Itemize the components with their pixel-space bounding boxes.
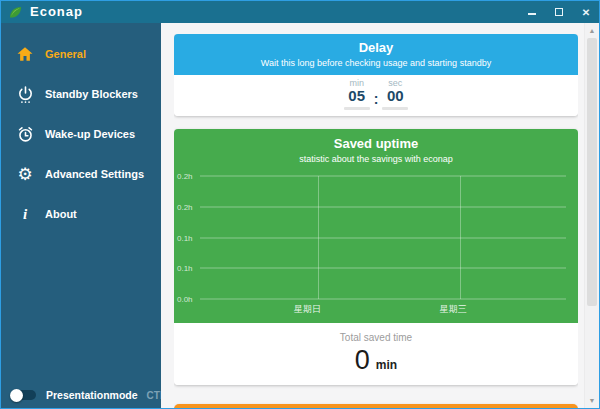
app-window: Econap ✕ General (0, 0, 600, 409)
total-saved-row: 0 min (174, 345, 578, 375)
saved-uptime-subtitle: statistic about the savings with econap (174, 154, 578, 164)
maximize-icon[interactable] (552, 5, 566, 19)
main-content: Delay Wait this long before checking usa… (174, 34, 578, 408)
y-tick: 0.2h (177, 172, 200, 181)
main-area: Delay Wait this long before checking usa… (161, 23, 599, 408)
vertical-scrollbar[interactable]: ▲ ▼ (584, 23, 599, 408)
chart-vertical-gridlines (202, 176, 566, 299)
app-title: Econap (30, 4, 83, 19)
saved-uptime-card: Saved uptime statistic about the savings… (174, 129, 578, 385)
total-saved-section: Total saved time 0 min (174, 323, 578, 385)
alarm-clock-icon (14, 123, 36, 145)
savings-chart: 0.2h 0.2h 0.1h 0.1h 0.0h 星期日 (177, 172, 568, 323)
delay-title: Delay (178, 40, 574, 55)
delay-card-header: Delay Wait this long before checking usa… (174, 34, 578, 75)
delay-card-body: min 05 : sec 00 (174, 75, 578, 116)
seconds-underline (382, 107, 408, 110)
x-tick: 星期三 (440, 303, 467, 316)
sidebar-item-label: Wake-up Devices (45, 128, 135, 140)
sidebar-item-general[interactable]: General (1, 34, 161, 74)
sidebar-item-wakeup-devices[interactable]: Wake-up Devices (1, 114, 161, 154)
minutes-underline (344, 107, 370, 110)
seconds-value[interactable]: 00 (382, 88, 408, 104)
y-tick: 0.1h (177, 233, 200, 242)
titlebar[interactable]: Econap ✕ (1, 1, 599, 23)
presentation-mode-label: Presentationmode (46, 389, 138, 401)
minutes-spinner[interactable]: min 05 (344, 78, 370, 110)
sidebar-item-label: About (45, 208, 77, 220)
total-saved-unit: min (376, 358, 397, 372)
chart-x-axis: 星期日 星期三 (202, 303, 566, 317)
scroll-up-icon[interactable]: ▲ (585, 24, 599, 37)
window-controls: ✕ (525, 1, 593, 23)
delay-card: Delay Wait this long before checking usa… (174, 34, 578, 116)
saved-uptime-header: Saved uptime statistic about the savings… (174, 129, 578, 323)
minimize-icon[interactable] (525, 5, 539, 19)
home-icon (14, 43, 36, 65)
next-card-header-partial (174, 404, 578, 408)
y-tick: 0.2h (177, 202, 200, 211)
power-icon (14, 83, 36, 105)
total-saved-label: Total saved time (174, 332, 578, 343)
sidebar-item-standby-blockers[interactable]: Standby Blockers (1, 74, 161, 114)
sidebar: General Standby Blockers (1, 23, 161, 408)
scrollbar-thumb[interactable] (587, 38, 597, 306)
total-saved-value: 0 (355, 345, 370, 375)
saved-uptime-title: Saved uptime (174, 136, 578, 151)
gear-icon: ⚙ (14, 163, 36, 185)
close-icon[interactable]: ✕ (579, 5, 593, 19)
time-separator: : (374, 78, 379, 107)
info-icon: i (14, 203, 36, 225)
sidebar-item-advanced-settings[interactable]: ⚙ Advanced Settings (1, 154, 161, 194)
minutes-value[interactable]: 05 (344, 88, 370, 104)
sidebar-item-label: Standby Blockers (45, 88, 138, 100)
toggle-knob[interactable] (10, 389, 23, 402)
sidebar-item-label: Advanced Settings (45, 168, 144, 180)
y-tick: 0.1h (177, 264, 200, 273)
delay-subtitle: Wait this long before checking usage and… (178, 58, 574, 68)
sidebar-item-about[interactable]: i About (1, 194, 161, 234)
leaf-logo-icon (8, 5, 23, 20)
x-tick: 星期日 (294, 303, 321, 316)
seconds-spinner[interactable]: sec 00 (382, 78, 408, 110)
presentation-mode-toggle[interactable] (11, 390, 36, 400)
y-tick: 0.0h (177, 295, 200, 304)
sidebar-item-label: General (45, 48, 86, 60)
scroll-down-icon[interactable]: ▼ (585, 394, 599, 407)
